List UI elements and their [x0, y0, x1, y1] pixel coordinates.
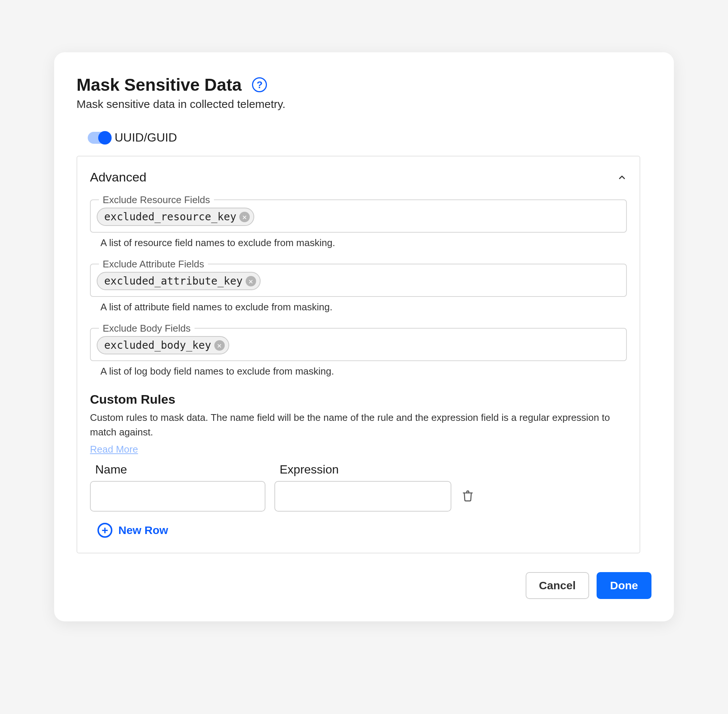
read-more-link[interactable]: Read More	[90, 444, 138, 455]
dialog-subtitle: Mask sensitive data in collected telemet…	[76, 98, 652, 111]
advanced-panel: Advanced Exclude Resource Fields exclude…	[76, 156, 640, 554]
advanced-panel-title: Advanced	[90, 170, 146, 184]
remove-chip-icon[interactable]: ✕	[239, 212, 250, 222]
exclude-resource-label: Exclude Resource Fields	[99, 194, 214, 206]
exclude-attribute-help: A list of attribute field names to exclu…	[100, 302, 627, 313]
custom-rule-row	[90, 481, 627, 512]
exclude-attribute-chip-text: excluded_attribute_key	[104, 275, 243, 287]
custom-rules-headers: Name Expression	[90, 463, 627, 477]
chevron-up-icon	[617, 172, 627, 182]
new-row-button[interactable]: + New Row	[90, 523, 168, 538]
exclude-resource-help: A list of resource field names to exclud…	[100, 237, 627, 249]
column-header-name: Name	[95, 463, 271, 477]
new-row-label: New Row	[118, 524, 168, 537]
dialog-title: Mask Sensitive Data	[76, 75, 241, 95]
exclude-body-label: Exclude Body Fields	[99, 322, 195, 334]
uuid-guid-toggle-row: UUID/GUID	[76, 126, 640, 156]
column-header-expression: Expression	[280, 463, 455, 477]
rule-expression-input[interactable]	[274, 481, 451, 512]
dialog-scroll-area[interactable]: UUID/GUID Advanced Exclude Resource Fiel…	[76, 126, 652, 557]
exclude-body-chip-text: excluded_body_key	[104, 339, 211, 351]
custom-rules-title: Custom Rules	[90, 392, 627, 406]
exclude-attribute-fieldset[interactable]: Exclude Attribute Fields excluded_attrib…	[90, 264, 627, 297]
exclude-body-chip: excluded_body_key ✕	[97, 336, 229, 354]
exclude-resource-fieldset[interactable]: Exclude Resource Fields excluded_resourc…	[90, 200, 627, 232]
remove-chip-icon[interactable]: ✕	[246, 276, 256, 286]
remove-chip-icon[interactable]: ✕	[214, 340, 225, 351]
cancel-button[interactable]: Cancel	[526, 572, 589, 599]
done-button[interactable]: Done	[596, 572, 652, 599]
custom-rules-description: Custom rules to mask data. The name fiel…	[90, 410, 627, 440]
delete-row-button[interactable]	[460, 489, 475, 504]
trash-icon	[462, 490, 474, 503]
help-icon[interactable]: ?	[252, 77, 267, 92]
exclude-body-help: A list of log body field names to exclud…	[100, 366, 627, 377]
uuid-guid-toggle[interactable]	[88, 132, 111, 144]
exclude-resource-chip-text: excluded_resource_key	[104, 211, 236, 223]
exclude-body-fieldset[interactable]: Exclude Body Fields excluded_body_key ✕	[90, 328, 627, 361]
mask-sensitive-data-dialog: Mask Sensitive Data ? Mask sensitive dat…	[54, 52, 674, 621]
plus-circle-icon: +	[97, 523, 112, 538]
dialog-header: Mask Sensitive Data ?	[76, 75, 652, 95]
advanced-panel-header[interactable]: Advanced	[90, 170, 627, 184]
uuid-guid-toggle-label: UUID/GUID	[115, 131, 177, 144]
rule-name-input[interactable]	[90, 481, 265, 512]
exclude-resource-chip: excluded_resource_key ✕	[97, 208, 254, 226]
exclude-attribute-label: Exclude Attribute Fields	[99, 258, 208, 270]
dialog-footer: Cancel Done	[76, 572, 652, 599]
exclude-attribute-chip: excluded_attribute_key ✕	[97, 272, 261, 290]
